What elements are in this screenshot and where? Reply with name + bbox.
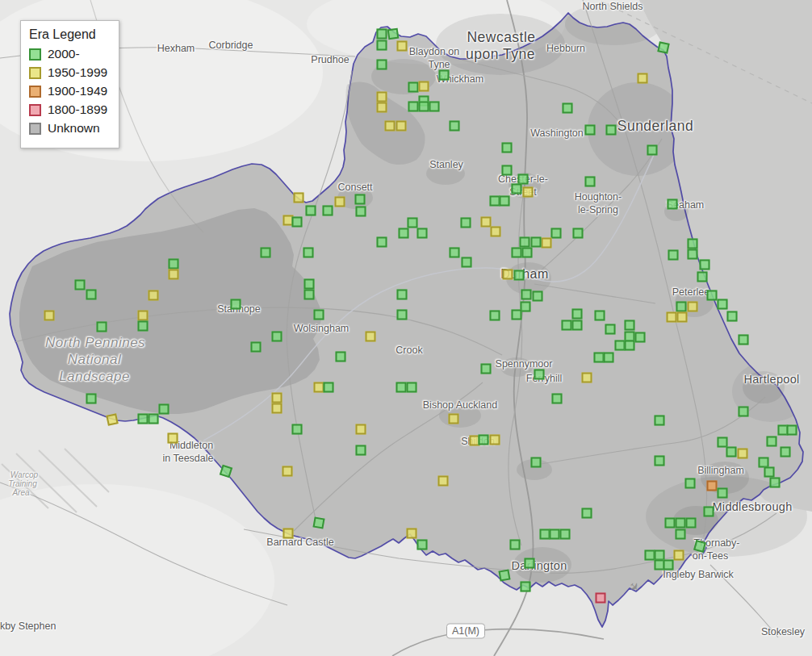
era-marker-g[interactable]: [560, 529, 571, 540]
era-marker-y[interactable]: [407, 529, 417, 539]
era-marker-y[interactable]: [542, 238, 552, 249]
era-marker-g[interactable]: [531, 237, 542, 248]
era-marker-g[interactable]: [655, 456, 665, 466]
era-marker-g[interactable]: [550, 529, 560, 540]
era-marker-g[interactable]: [502, 165, 513, 176]
era-marker-g[interactable]: [676, 302, 687, 312]
era-marker-g[interactable]: [261, 248, 271, 258]
era-marker-y[interactable]: [138, 311, 149, 321]
era-marker-g[interactable]: [462, 257, 472, 268]
era-marker-y[interactable]: [582, 373, 592, 383]
era-marker-g[interactable]: [500, 196, 510, 207]
era-marker-g[interactable]: [605, 324, 616, 335]
era-marker-g[interactable]: [739, 335, 749, 345]
era-marker-g[interactable]: [429, 102, 440, 112]
era-marker-y[interactable]: [688, 302, 698, 312]
era-marker-g[interactable]: [323, 206, 333, 216]
era-marker-y[interactable]: [438, 476, 449, 487]
era-marker-g[interactable]: [781, 447, 791, 458]
era-marker-y[interactable]: [366, 332, 376, 342]
era-marker-g[interactable]: [655, 416, 665, 426]
era-marker-y[interactable]: [638, 73, 648, 84]
era-marker-g[interactable]: [377, 29, 387, 40]
era-marker-g[interactable]: [399, 228, 409, 239]
era-marker-g[interactable]: [356, 445, 366, 456]
era-marker-g[interactable]: [688, 249, 698, 260]
era-marker-y[interactable]: [419, 81, 429, 92]
era-marker-g[interactable]: [498, 569, 510, 581]
era-marker-g[interactable]: [514, 270, 525, 281]
era-marker-g[interactable]: [387, 28, 400, 40]
era-marker-y[interactable]: [335, 197, 345, 207]
era-marker-g[interactable]: [417, 228, 428, 239]
era-marker-g[interactable]: [231, 299, 241, 310]
era-marker-g[interactable]: [582, 508, 592, 519]
era-marker-g[interactable]: [303, 248, 314, 258]
era-marker-g[interactable]: [572, 320, 583, 331]
era-marker-g[interactable]: [336, 352, 346, 362]
map-canvas[interactable]: Newcastleupon TyneSunderlandDurhamMiddle…: [0, 0, 812, 656]
era-marker-y[interactable]: [283, 466, 293, 477]
era-marker-y[interactable]: [385, 121, 396, 132]
era-marker-g[interactable]: [770, 478, 781, 488]
era-marker-g[interactable]: [686, 518, 697, 529]
era-marker-g[interactable]: [635, 332, 646, 343]
era-marker-g[interactable]: [663, 560, 674, 570]
era-marker-g[interactable]: [408, 102, 419, 112]
era-marker-g[interactable]: [86, 394, 97, 404]
era-marker-g[interactable]: [704, 507, 714, 517]
era-marker-g[interactable]: [512, 248, 522, 258]
era-marker-g[interactable]: [292, 424, 303, 435]
era-marker-g[interactable]: [510, 540, 521, 550]
era-marker-y[interactable]: [106, 413, 118, 425]
era-marker-g[interactable]: [718, 488, 728, 499]
era-marker-g[interactable]: [306, 206, 316, 216]
era-marker-g[interactable]: [324, 382, 334, 393]
era-marker-g[interactable]: [625, 320, 635, 331]
era-marker-g[interactable]: [408, 218, 418, 228]
era-marker-g[interactable]: [450, 121, 460, 132]
era-marker-y[interactable]: [283, 529, 294, 539]
era-marker-g[interactable]: [525, 558, 535, 569]
era-marker-g[interactable]: [86, 290, 97, 300]
era-marker-g[interactable]: [97, 322, 107, 332]
era-marker-g[interactable]: [585, 177, 596, 187]
era-marker-y[interactable]: [490, 435, 500, 445]
era-marker-y[interactable]: [667, 312, 677, 323]
era-marker-g[interactable]: [461, 218, 471, 228]
era-marker-g[interactable]: [595, 311, 605, 321]
era-marker-g[interactable]: [685, 478, 696, 489]
era-marker-y[interactable]: [169, 270, 179, 280]
era-marker-g[interactable]: [481, 364, 492, 374]
era-marker-g[interactable]: [676, 529, 686, 540]
era-marker-g[interactable]: [533, 291, 543, 302]
era-marker-g[interactable]: [522, 248, 533, 258]
era-marker-g[interactable]: [512, 184, 522, 194]
era-marker-g[interactable]: [272, 332, 283, 342]
era-marker-g[interactable]: [604, 353, 614, 363]
era-marker-g[interactable]: [764, 467, 775, 478]
era-marker-r[interactable]: [596, 593, 606, 604]
era-marker-g[interactable]: [138, 321, 149, 332]
era-marker-g[interactable]: [676, 518, 686, 529]
era-marker-y[interactable]: [491, 227, 501, 237]
era-marker-y[interactable]: [356, 424, 366, 435]
era-marker-g[interactable]: [585, 125, 596, 136]
era-marker-g[interactable]: [727, 311, 738, 322]
era-marker-g[interactable]: [408, 82, 419, 93]
era-marker-g[interactable]: [563, 103, 573, 114]
era-marker-g[interactable]: [521, 582, 531, 592]
era-marker-g[interactable]: [407, 382, 417, 393]
era-marker-g[interactable]: [377, 40, 387, 51]
era-marker-g[interactable]: [304, 290, 315, 300]
era-marker-y[interactable]: [168, 433, 178, 444]
era-marker-g[interactable]: [657, 41, 669, 53]
era-marker-g[interactable]: [169, 259, 179, 270]
era-marker-o[interactable]: [707, 481, 718, 491]
era-marker-y[interactable]: [503, 270, 513, 280]
era-marker-y[interactable]: [44, 311, 55, 321]
era-marker-g[interactable]: [159, 404, 170, 415]
era-marker-g[interactable]: [707, 290, 718, 301]
era-marker-g[interactable]: [551, 228, 562, 239]
era-marker-g[interactable]: [75, 280, 86, 290]
